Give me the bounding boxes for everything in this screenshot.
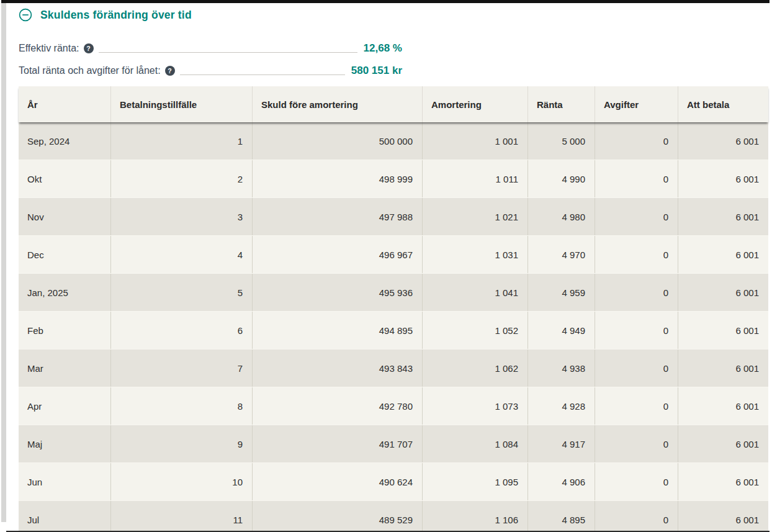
column-header-payment-occasion: Betalningstillfälle: [110, 86, 252, 122]
cell-to-pay: 6 001: [678, 349, 768, 387]
cell-to-pay: 6 001: [678, 122, 768, 160]
cell-debt-before-amortization: 497 988: [252, 198, 422, 235]
cell-amortization: 1 095: [422, 463, 527, 500]
cell-amortization: 1 084: [422, 425, 527, 462]
cell-fees: 0: [595, 387, 678, 425]
cell-amortization: 1 062: [422, 349, 527, 387]
leader-line: [99, 52, 357, 53]
table-row: Okt2498 9991 0114 99006 001: [19, 160, 768, 198]
table-row: Feb6494 8951 0524 94906 001: [19, 312, 768, 349]
cell-debt-before-amortization: 496 967: [252, 236, 422, 273]
section-toggle[interactable]: Skuldens förändring över tid: [6, 3, 770, 23]
cell-amortization: 1 021: [422, 198, 527, 235]
table-row: Nov3497 9881 0214 98006 001: [19, 198, 768, 236]
left-edge-strip: [1, 3, 6, 522]
cell-debt-before-amortization: 498 999: [252, 160, 422, 197]
column-header-year: År: [19, 86, 110, 122]
cell-amortization: 1 011: [422, 160, 527, 197]
cell-payment-occasion: 6: [110, 312, 252, 349]
cell-year: Jan, 2025: [19, 274, 110, 311]
cell-debt-before-amortization: 494 895: [252, 312, 422, 349]
cell-payment-occasion: 1: [110, 122, 252, 160]
cell-year: Jun: [19, 463, 110, 500]
total-cost-label: Total ränta och avgifter för lånet:: [19, 65, 161, 76]
cell-interest: 4 928: [527, 387, 595, 425]
cell-amortization: 1 052: [422, 312, 527, 349]
cell-fees: 0: [595, 349, 678, 387]
cell-interest: 4 938: [527, 349, 595, 387]
cell-fees: 0: [595, 463, 678, 500]
summary-block: Effektiv ränta: ? 12,68 % Total ränta oc…: [19, 42, 402, 78]
cell-interest: 4 917: [527, 425, 595, 462]
cell-year: Okt: [19, 160, 110, 197]
column-header-fees: Avgifter: [595, 86, 678, 122]
cell-fees: 0: [595, 501, 678, 532]
cell-amortization: 1 031: [422, 236, 527, 273]
cell-year: Maj: [19, 425, 110, 462]
cell-year: Mar: [19, 349, 110, 387]
cell-to-pay: 6 001: [678, 425, 768, 462]
top-border-bar: [1, 0, 770, 3]
table-body: Sep, 20241500 0001 0015 00006 001Okt2498…: [19, 122, 768, 532]
cell-to-pay: 6 001: [678, 463, 768, 500]
cell-year: Nov: [19, 198, 110, 235]
cell-payment-occasion: 9: [110, 425, 252, 462]
cell-to-pay: 6 001: [678, 387, 768, 425]
loan-schedule-section: Skuldens förändring över tid Effektiv rä…: [6, 3, 770, 532]
table-row: Dec4496 9671 0314 97006 001: [19, 236, 768, 274]
cell-interest: 4 895: [527, 501, 595, 532]
cell-fees: 0: [595, 274, 678, 311]
total-cost-value: 580 151 kr: [351, 65, 402, 77]
cell-to-pay: 6 001: [678, 236, 768, 273]
cell-interest: 4 970: [527, 236, 595, 273]
total-cost-row: Total ränta och avgifter för lånet: ? 58…: [19, 64, 402, 78]
cell-debt-before-amortization: 500 000: [252, 122, 422, 160]
cell-debt-before-amortization: 491 707: [252, 425, 422, 462]
section-title: Skuldens förändring över tid: [40, 9, 192, 22]
cell-fees: 0: [595, 198, 678, 235]
cell-payment-occasion: 7: [110, 349, 252, 387]
cell-interest: 4 980: [527, 198, 595, 235]
table-row: Mar7493 8431 0624 93806 001: [19, 349, 768, 387]
table-row: Jan, 20255495 9361 0414 95906 001: [19, 274, 768, 312]
cell-debt-before-amortization: 490 624: [252, 463, 422, 500]
cell-interest: 4 959: [527, 274, 595, 311]
cell-to-pay: 6 001: [678, 312, 768, 349]
cell-fees: 0: [595, 122, 678, 160]
cell-year: Jul: [19, 501, 110, 532]
cell-payment-occasion: 2: [110, 160, 252, 197]
cell-interest: 4 990: [527, 160, 595, 197]
cell-amortization: 1 001: [422, 122, 527, 160]
table-row: Jun10490 6241 0954 90606 001: [19, 463, 768, 501]
cell-year: Dec: [19, 236, 110, 273]
cell-payment-occasion: 8: [110, 387, 252, 425]
cell-debt-before-amortization: 495 936: [252, 274, 422, 311]
cell-fees: 0: [595, 312, 678, 349]
column-header-interest: Ränta: [527, 86, 595, 122]
table-row: Maj9491 7071 0844 91706 001: [19, 425, 768, 463]
column-header-amortization: Amortering: [422, 86, 527, 122]
effective-rate-value: 12,68 %: [364, 42, 402, 55]
table-row: Sep, 20241500 0001 0015 00006 001: [19, 122, 768, 160]
table-header-row: ÅrBetalningstillfälleSkuld före amorteri…: [19, 86, 768, 122]
help-icon[interactable]: ?: [165, 66, 175, 76]
cell-year: Sep, 2024: [19, 122, 110, 160]
cell-fees: 0: [595, 160, 678, 197]
column-header-to-pay: Att betala: [678, 86, 768, 122]
cell-fees: 0: [595, 236, 678, 273]
effective-rate-row: Effektiv ränta: ? 12,68 %: [19, 42, 402, 55]
minus-circle-icon: [19, 8, 32, 22]
cell-fees: 0: [595, 425, 678, 462]
cell-payment-occasion: 3: [110, 198, 252, 235]
cell-interest: 4 906: [527, 463, 595, 500]
cell-interest: 5 000: [527, 122, 595, 160]
cell-to-pay: 6 001: [678, 198, 768, 235]
cell-to-pay: 6 001: [678, 501, 768, 532]
amortization-table: ÅrBetalningstillfälleSkuld före amorteri…: [19, 86, 768, 532]
cell-interest: 4 949: [527, 312, 595, 349]
cell-to-pay: 6 001: [678, 160, 768, 197]
column-header-debt-before-amortization: Skuld före amortering: [252, 86, 422, 122]
help-icon[interactable]: ?: [84, 43, 94, 53]
cell-payment-occasion: 5: [110, 274, 252, 311]
table-row: Jul11489 5291 1064 89506 001: [19, 501, 768, 532]
